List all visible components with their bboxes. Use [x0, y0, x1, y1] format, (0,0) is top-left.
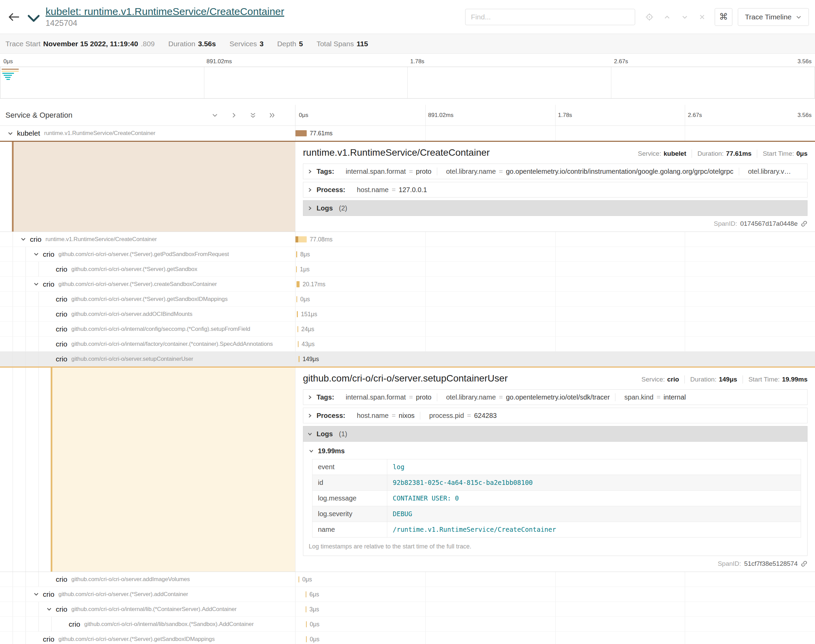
span-timeline-cell[interactable]: 149μs	[296, 351, 815, 366]
span-timeline-cell[interactable]: 3μs	[296, 602, 815, 616]
span-timeline-cell[interactable]: 0μs	[296, 617, 815, 632]
operation-name: github.com/cri-o/cri-o/internal/config/s…	[71, 326, 250, 333]
span-bar[interactable]	[297, 326, 298, 332]
span-bar[interactable]	[306, 636, 307, 642]
next-result-chevron-icon[interactable]	[681, 13, 689, 21]
link-icon[interactable]	[801, 560, 807, 567]
span-name-cell[interactable]: criogithub.com/cri-o/cri-o/server.addOCI…	[0, 307, 296, 321]
span-row[interactable]: criogithub.com/cri-o/cri-o/server.addOCI…	[0, 307, 815, 322]
span-row[interactable]: criogithub.com/cri-o/cri-o/server.addIma…	[0, 572, 815, 587]
span-name-cell[interactable]: criogithub.com/cri-o/cri-o/server.(*Serv…	[0, 247, 296, 261]
span-row[interactable]: criogithub.com/cri-o/cri-o/internal/fact…	[0, 337, 815, 351]
process-accordion[interactable]: Process: host.name=nixosprocess.pid=6242…	[303, 408, 807, 423]
span-timeline-cell[interactable]: 24μs	[296, 322, 815, 336]
span-timeline-cell[interactable]: 77.61ms	[296, 126, 815, 141]
span-duration: 149μs	[303, 351, 319, 366]
trace-view-selector[interactable]: Trace Timeline	[738, 8, 809, 26]
span-name-cell[interactable]: criogithub.com/cri-o/cri-o/server.addIma…	[0, 572, 296, 587]
span-bar[interactable]	[297, 296, 297, 302]
span-bar[interactable]	[296, 130, 307, 136]
span-timeline-cell[interactable]: 1μs	[296, 262, 815, 276]
span-name-cell[interactable]: criogithub.com/cri-o/cri-o/server.setupC…	[0, 351, 296, 366]
span-bar[interactable]	[296, 251, 297, 258]
span-timeline-cell[interactable]: 151μs	[296, 307, 815, 321]
span-bar[interactable]	[296, 236, 307, 242]
span-bar[interactable]	[299, 577, 299, 583]
logs-accordion[interactable]: Logs (2)	[303, 200, 807, 216]
span-id-value: 51cf7f38e5128574	[744, 560, 798, 567]
logs-note: Log timestamps are relative to the start…	[308, 538, 803, 550]
tag-item: process.pid=624283	[424, 412, 502, 420]
span-bar[interactable]	[297, 281, 300, 287]
expand-chevron-icon[interactable]	[32, 247, 40, 261]
keyboard-shortcuts-button[interactable]: ⌘	[715, 8, 732, 26]
prev-result-chevron-icon[interactable]	[663, 13, 671, 21]
expand-chevron-icon[interactable]	[32, 587, 40, 601]
span-bar[interactable]	[296, 266, 297, 272]
span-name-cell[interactable]: criogithub.com/cri-o/cri-o/server.(*Serv…	[0, 632, 296, 644]
back-button[interactable]	[6, 12, 22, 22]
find-input[interactable]	[465, 9, 635, 25]
expand-chevron-icon[interactable]	[19, 232, 27, 247]
duration-stat: Duration3.56s	[168, 40, 216, 48]
minimap-canvas[interactable]	[0, 67, 815, 99]
locate-span-icon[interactable]	[645, 13, 654, 21]
span-name-cell[interactable]: criogithub.com/cri-o/cri-o/server.(*Serv…	[0, 587, 296, 601]
span-name-cell[interactable]: criogithub.com/cri-o/cri-o/internal/lib.…	[0, 602, 296, 616]
link-icon[interactable]	[801, 220, 807, 227]
span-timeline-cell[interactable]: 6μs	[296, 587, 815, 601]
depth-stat: Depth5	[277, 40, 303, 48]
span-name-cell[interactable]: criogithub.com/cri-o/cri-o/server.(*Serv…	[0, 262, 296, 276]
span-row[interactable]: criogithub.com/cri-o/cri-o/server.(*Serv…	[0, 247, 815, 262]
span-timeline-cell[interactable]: 77.08ms	[296, 232, 815, 247]
span-row[interactable]: kubeletruntime.v1.RuntimeService/CreateC…	[0, 126, 815, 141]
span-timeline-cell[interactable]: 0μs	[296, 292, 815, 307]
span-name-cell[interactable]: criogithub.com/cri-o/cri-o/internal/lib/…	[0, 617, 296, 632]
collapse-one-level-icon[interactable]	[231, 112, 237, 119]
log-entry-toggle[interactable]: 19.99ms	[308, 443, 803, 459]
span-row[interactable]: criogithub.com/cri-o/cri-o/internal/lib.…	[0, 602, 815, 617]
span-row[interactable]: criogithub.com/cri-o/cri-o/server.(*Serv…	[0, 292, 815, 307]
span-duration: 0μs	[310, 617, 320, 632]
span-row[interactable]: crioruntime.v1.RuntimeService/CreateCont…	[0, 232, 815, 247]
process-accordion[interactable]: Process: host.name=127.0.0.1	[303, 182, 807, 198]
expand-all-icon[interactable]	[250, 112, 256, 119]
clear-search-icon[interactable]	[699, 13, 706, 21]
expand-one-level-icon[interactable]	[211, 112, 218, 119]
chevron-right-icon	[307, 206, 313, 211]
tags-accordion[interactable]: Tags: internal.span.format=protootel.lib…	[303, 164, 807, 179]
span-timeline-cell[interactable]: 0μs	[296, 632, 815, 644]
tags-accordion[interactable]: Tags: internal.span.format=protootel.lib…	[303, 389, 807, 405]
trace-title-link[interactable]: kubelet: runtime.v1.RuntimeService/Creat…	[46, 6, 284, 17]
expand-chevron-icon[interactable]	[45, 602, 53, 616]
collapse-trace-chevron-icon[interactable]	[27, 14, 40, 23]
span-bar[interactable]	[298, 341, 299, 347]
span-timeline-cell[interactable]: 43μs	[296, 337, 815, 351]
logs-accordion[interactable]: Logs (1)	[303, 426, 807, 442]
span-row[interactable]: criogithub.com/cri-o/cri-o/internal/lib/…	[0, 617, 815, 632]
span-timeline-cell[interactable]: 20.17ms	[296, 277, 815, 291]
span-bar[interactable]	[306, 606, 306, 612]
span-row[interactable]: criogithub.com/cri-o/cri-o/server.(*Serv…	[0, 632, 815, 644]
span-detail-meta: Service:kubelet Duration:77.61ms Start T…	[638, 150, 807, 158]
span-row[interactable]: criogithub.com/cri-o/cri-o/server.(*Serv…	[0, 587, 815, 602]
span-row[interactable]: criogithub.com/cri-o/cri-o/server.(*Serv…	[0, 277, 815, 292]
span-name-cell[interactable]: criogithub.com/cri-o/cri-o/server.(*Serv…	[0, 277, 296, 291]
span-row[interactable]: criogithub.com/cri-o/cri-o/server.(*Serv…	[0, 262, 815, 277]
span-bar[interactable]	[297, 311, 298, 317]
span-bar[interactable]	[306, 591, 306, 597]
span-row[interactable]: criogithub.com/cri-o/cri-o/internal/conf…	[0, 322, 815, 337]
expand-chevron-icon[interactable]	[6, 126, 14, 141]
span-name-cell[interactable]: criogithub.com/cri-o/cri-o/internal/fact…	[0, 337, 296, 351]
span-timeline-cell[interactable]: 8μs	[296, 247, 815, 261]
span-name-cell[interactable]: criogithub.com/cri-o/cri-o/server.(*Serv…	[0, 292, 296, 307]
span-row[interactable]: criogithub.com/cri-o/cri-o/server.setupC…	[0, 351, 815, 366]
span-name-cell[interactable]: criogithub.com/cri-o/cri-o/internal/conf…	[0, 322, 296, 336]
collapse-all-icon[interactable]	[269, 112, 276, 119]
span-name-cell[interactable]: kubeletruntime.v1.RuntimeService/CreateC…	[0, 126, 296, 141]
span-bar[interactable]	[299, 356, 300, 362]
span-name-cell[interactable]: crioruntime.v1.RuntimeService/CreateCont…	[0, 232, 296, 247]
span-timeline-cell[interactable]: 0μs	[296, 572, 815, 587]
span-bar[interactable]	[306, 621, 307, 627]
expand-chevron-icon[interactable]	[32, 277, 40, 291]
